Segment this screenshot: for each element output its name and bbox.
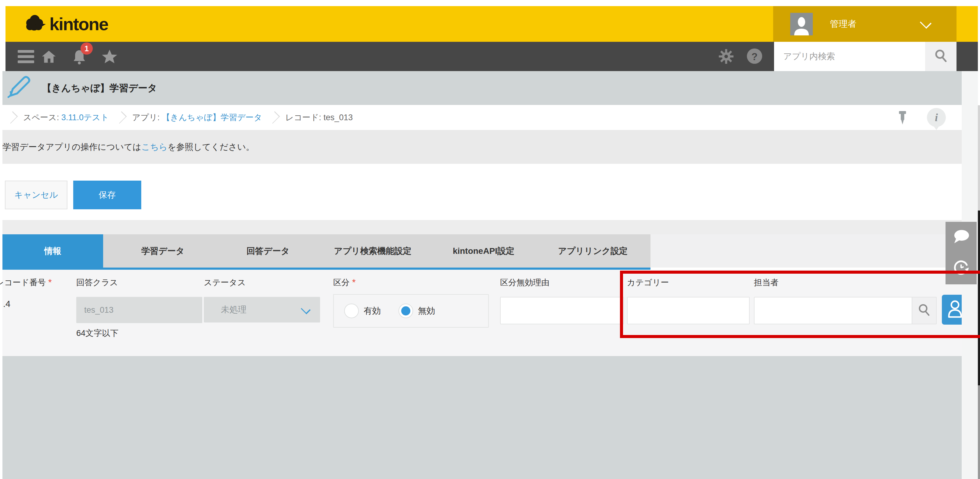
kubun-reason-input[interactable] (500, 297, 624, 324)
kubun-reason-label: 区分無効理由 (500, 277, 549, 288)
header-bar: kintone 管理者 (5, 6, 978, 42)
notice-link[interactable]: こちら (141, 141, 167, 153)
tab-app-link-settings[interactable]: アプリリンク設定 (535, 234, 651, 267)
tab-area-spacer (2, 220, 962, 234)
category-input[interactable] (627, 297, 749, 324)
comments-button[interactable] (945, 222, 977, 253)
answer-class-helper: 64文字以下 (76, 328, 118, 339)
kintone-logo-text: kintone (49, 14, 108, 34)
help-icon[interactable]: ? (746, 48, 761, 62)
category-label: カテゴリー (627, 277, 669, 288)
cancel-button[interactable]: キャンセル (5, 181, 67, 209)
assignee-input[interactable] (754, 298, 912, 324)
tab-answer-data[interactable]: 回答データ (223, 234, 313, 267)
radio-valid[interactable] (344, 304, 359, 318)
search-icon (918, 303, 931, 318)
home-icon[interactable] (41, 49, 56, 64)
window-edge (978, 105, 980, 210)
kubun-radio-group: 有効 無効 (333, 294, 489, 328)
kintone-record-edit-screen: kintone 管理者 (0, 0, 980, 479)
tab-info[interactable]: 情報 (2, 234, 103, 267)
breadcrumb: スペース: 3.11.0テスト アプリ: 【きんちゃぼ】学習データ レコード: … (2, 105, 962, 130)
pin-icon[interactable] (896, 110, 910, 127)
page-body-background (2, 356, 962, 479)
assignee-lookup-button[interactable] (912, 298, 936, 324)
app-title: 【きんちゃぼ】学習データ (42, 82, 157, 95)
chevron-down-icon (301, 304, 310, 314)
window-edge (978, 385, 980, 479)
breadcrumb-app-label: アプリ: (132, 112, 159, 123)
tab-active-underline (2, 267, 651, 270)
assignee-label: 担当者 (754, 277, 779, 288)
chevron-down-icon (920, 17, 931, 29)
record-number-value: .4 (3, 299, 10, 309)
kubun-label: 区分* (333, 277, 356, 288)
speech-bubble-icon (953, 229, 970, 246)
radio-valid-label[interactable]: 有効 (364, 305, 381, 317)
kintone-cloud-icon (24, 14, 46, 35)
app-title-bar: 【きんちゃぼ】学習データ (2, 71, 962, 105)
search-button[interactable] (925, 42, 956, 71)
answer-class-input (76, 297, 202, 323)
breadcrumb-chevron-icon (5, 111, 18, 124)
breadcrumb-app-link[interactable]: 【きんちゃぼ】学習データ (162, 112, 262, 123)
radio-invalid[interactable] (398, 304, 413, 318)
user-avatar (790, 13, 813, 35)
user-menu[interactable]: 管理者 (773, 6, 956, 42)
app-pencil-icon (6, 75, 31, 101)
breadcrumb-record-text: レコード: tes_013 (285, 112, 353, 123)
save-button[interactable]: 保存 (73, 181, 141, 209)
breadcrumb-space-link[interactable]: 3.11.0テスト (61, 112, 109, 123)
settings-gear-icon[interactable] (719, 49, 733, 64)
app-search-box[interactable] (774, 42, 925, 71)
required-asterisk: * (352, 277, 356, 287)
global-nav-bar: 1 (5, 42, 978, 71)
window-edge (978, 210, 980, 385)
radio-invalid-label[interactable]: 無効 (418, 305, 435, 317)
answer-class-label: 回答クラス (76, 277, 118, 288)
notification-count-badge: 1 (81, 42, 93, 55)
tab-app-search-settings[interactable]: アプリ検索機能設定 (313, 234, 432, 267)
breadcrumb-chevron-icon (115, 111, 127, 124)
record-form: レコード番号* .4 回答クラス 64文字以下 ステータス 未処理 区分* 有効… (2, 270, 962, 356)
status-value: 未処理 (221, 304, 247, 315)
notice-text: 学習データアプリの操作については (2, 141, 141, 153)
notice-bar: 学習データアプリの操作についてはこちらを参照してください。 (2, 130, 962, 164)
tab-strip: 情報 学習データ 回答データ アプリ検索機能設定 kintoneAPI設定 アプ… (2, 234, 651, 267)
person-icon (947, 299, 964, 320)
status-label: ステータス (204, 277, 246, 288)
search-icon (934, 49, 948, 64)
tab-kintone-api-settings[interactable]: kintoneAPI設定 (432, 234, 535, 267)
record-number-label: レコード番号* (0, 277, 52, 288)
breadcrumb-space-label: スペース: (23, 112, 59, 123)
favorites-star-icon[interactable] (102, 49, 116, 64)
floating-side-toolbar (945, 222, 977, 284)
history-button[interactable] (945, 253, 977, 284)
assignee-field (754, 297, 937, 324)
notice-text-suffix: を参照してください。 (167, 141, 255, 153)
tab-learning-data[interactable]: 学習データ (103, 234, 223, 267)
required-asterisk: * (48, 277, 52, 287)
history-clock-icon (953, 259, 970, 278)
svg-text:?: ? (751, 51, 757, 62)
kintone-logo[interactable]: kintone (24, 6, 108, 42)
user-name: 管理者 (830, 18, 856, 30)
info-icon[interactable]: i (927, 108, 946, 127)
app-search-input[interactable] (774, 42, 925, 71)
breadcrumb-chevron-icon (267, 111, 280, 124)
status-select[interactable]: 未処理 (204, 297, 320, 323)
hamburger-menu-icon[interactable] (18, 50, 34, 65)
tab-row-right-filler (651, 234, 962, 267)
